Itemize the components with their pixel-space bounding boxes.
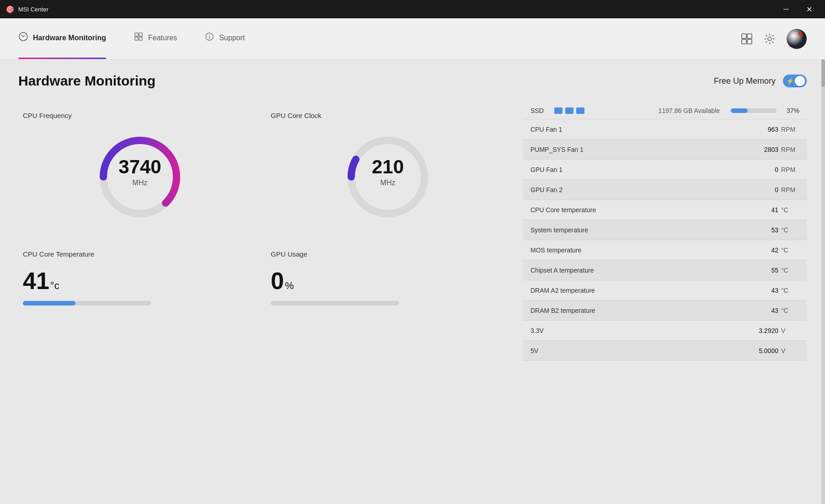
sensor-name: DRAM B2 temperature (530, 307, 749, 314)
sensor-value: 43 (749, 307, 781, 314)
cpu-temperature-unit: °c (50, 280, 59, 292)
features-icon (134, 32, 144, 44)
sensor-row: System temperature 53 °C (523, 220, 807, 240)
svg-text:MHz: MHz (133, 179, 148, 187)
sensor-name: DRAM A2 temperature (530, 287, 749, 294)
cpu-temperature-value: 41 (23, 267, 49, 295)
sensor-name: Chipset A temperature (530, 267, 749, 274)
sensor-name: GPU Fan 1 (530, 166, 749, 173)
window-controls: ─ ✕ (776, 2, 820, 16)
tab-hardware-monitoring-label: Hardware Monitoring (33, 34, 106, 42)
grid-view-button[interactable] (741, 33, 753, 45)
free-memory-toggle[interactable]: ⚡ (783, 75, 807, 87)
sensor-value: 0 (749, 186, 781, 193)
avatar[interactable] (787, 29, 807, 49)
ssd-dot-3 (576, 107, 584, 114)
title-bar: 🎯 MSI Center ─ ✕ (0, 0, 825, 18)
sensor-row: 3.3V 3.2920 V (523, 321, 807, 341)
sensor-name: System temperature (530, 226, 749, 234)
hardware-monitoring-icon (18, 32, 28, 44)
sensor-unit: V (781, 327, 799, 334)
nav-tabs: Hardware Monitoring Features (18, 18, 245, 59)
tab-support[interactable]: Support (204, 18, 245, 59)
title-bar-left: 🎯 MSI Center (5, 5, 48, 14)
svg-rect-2 (139, 33, 142, 36)
app-icon: 🎯 (5, 5, 15, 14)
svg-rect-3 (135, 37, 138, 40)
bottom-metrics: CPU Core Temperature 41 °c GPU Usage 0 % (18, 241, 514, 319)
svg-rect-11 (747, 39, 752, 44)
nav-right (741, 29, 807, 49)
app-name: MSI Center (18, 6, 48, 13)
ssd-label: SSD (530, 107, 549, 114)
sensor-unit: RPM (781, 186, 799, 193)
content-area: CPU Frequency (18, 102, 807, 361)
page-title: Hardware Monitoring (18, 73, 155, 89)
sensor-row: CPU Fan 1 963 RPM (523, 119, 807, 139)
sensor-unit: RPM (781, 166, 799, 173)
sensor-name: GPU Fan 2 (530, 186, 749, 193)
sensor-row: MOS temperature 42 °C (523, 240, 807, 260)
gpu-usage-value: 0 (271, 267, 284, 295)
settings-button[interactable] (764, 33, 776, 45)
sensor-row: DRAM A2 temperature 43 °C (523, 280, 807, 300)
cpu-frequency-panel: CPU Frequency (18, 102, 266, 241)
svg-rect-1 (135, 33, 138, 36)
right-panel: SSD 1197.86 GB Available 37% CPU Fan 1 9… (523, 102, 807, 361)
sensor-unit: °C (781, 287, 799, 294)
cpu-temperature-value-row: 41 °c (23, 267, 262, 295)
ssd-percent: 37% (782, 107, 799, 114)
sensor-row: PUMP_SYS Fan 1 2803 RPM (523, 139, 807, 160)
sensor-value: 43 (749, 287, 781, 294)
sensor-value: 2803 (749, 146, 781, 153)
scrollbar-thumb[interactable] (821, 59, 825, 87)
tab-support-label: Support (219, 34, 245, 42)
scrollbar[interactable] (821, 59, 825, 504)
main-content: Hardware Monitoring Free Up Memory ⚡ CPU… (0, 59, 825, 504)
sensor-unit: V (781, 347, 799, 354)
sensor-row: GPU Fan 1 0 RPM (523, 160, 807, 180)
sensor-value: 5.0000 (749, 347, 781, 354)
ssd-dot-2 (565, 107, 573, 114)
tab-features[interactable]: Features (134, 18, 177, 59)
svg-text:MHz: MHz (380, 179, 396, 187)
ssd-row: SSD 1197.86 GB Available 37% (523, 102, 807, 119)
gpu-usage-unit: % (285, 280, 294, 292)
svg-point-14 (798, 32, 802, 35)
ssd-dots (554, 107, 584, 114)
gpu-usage-label: GPU Usage (271, 250, 509, 258)
minimize-button[interactable]: ─ (776, 2, 797, 16)
sensor-unit: °C (781, 247, 799, 254)
ssd-dot-1 (554, 107, 562, 114)
gpu-core-clock-label: GPU Core Clock (271, 112, 505, 119)
svg-point-13 (787, 29, 807, 49)
svg-text:210: 210 (372, 156, 404, 177)
sensor-value: 3.2920 (749, 327, 781, 334)
sensor-value: 963 (749, 126, 781, 133)
gpu-usage-bar-bg (271, 301, 399, 306)
cpu-frequency-gauge: 3740 MHz (23, 127, 257, 227)
free-memory-label: Free Up Memory (714, 76, 776, 86)
sensor-value: 0 (749, 166, 781, 173)
support-icon (204, 32, 214, 44)
close-button[interactable]: ✕ (798, 2, 820, 16)
left-column: CPU Frequency (18, 102, 514, 361)
gpu-usage-panel: GPU Usage 0 % (266, 241, 514, 319)
cpu-temperature-bar-bg (23, 301, 151, 306)
cpu-temperature-bar-fill (23, 301, 75, 306)
sensor-name: CPU Core temperature (530, 206, 749, 214)
sensor-name: CPU Fan 1 (530, 126, 749, 133)
sensor-unit: RPM (781, 126, 799, 133)
tab-hardware-monitoring[interactable]: Hardware Monitoring (18, 18, 106, 59)
sensor-row: GPU Fan 2 0 RPM (523, 180, 807, 200)
ssd-available: 1197.86 GB Available (594, 107, 725, 114)
cpu-frequency-label: CPU Frequency (23, 112, 257, 119)
toggle-thumb (795, 76, 805, 86)
svg-rect-4 (139, 37, 142, 40)
gpu-core-clock-panel: GPU Core Clock (266, 102, 514, 241)
cpu-temperature-panel: CPU Core Temperature 41 °c (18, 241, 266, 319)
sensor-unit: °C (781, 267, 799, 274)
sensor-row: Chipset A temperature 55 °C (523, 260, 807, 280)
lightning-icon: ⚡ (786, 77, 794, 85)
ssd-bar-fill (731, 108, 748, 113)
